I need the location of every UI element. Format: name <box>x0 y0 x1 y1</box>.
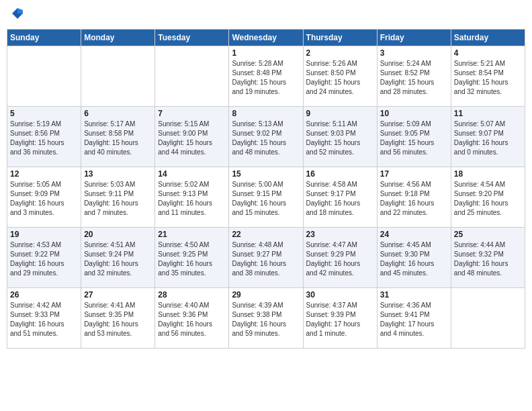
day-info: Sunrise: 4:50 AM Sunset: 9:25 PM Dayligh… <box>158 240 226 278</box>
day-number: 3 <box>380 48 448 58</box>
calendar-cell <box>155 46 229 107</box>
calendar-cell <box>81 46 155 107</box>
day-info: Sunrise: 4:56 AM Sunset: 9:18 PM Dayligh… <box>380 180 448 218</box>
day-info: Sunrise: 5:24 AM Sunset: 8:52 PM Dayligh… <box>380 59 448 97</box>
day-info: Sunrise: 5:28 AM Sunset: 8:48 PM Dayligh… <box>232 59 300 97</box>
calendar-week-1: 1Sunrise: 5:28 AM Sunset: 8:48 PM Daylig… <box>7 46 525 107</box>
day-number: 25 <box>454 230 522 239</box>
calendar-cell: 24Sunrise: 4:45 AM Sunset: 9:30 PM Dayli… <box>377 228 451 288</box>
calendar-cell: 8Sunrise: 5:13 AM Sunset: 9:02 PM Daylig… <box>229 107 303 167</box>
day-number: 10 <box>380 109 448 118</box>
calendar-cell: 10Sunrise: 5:09 AM Sunset: 9:05 PM Dayli… <box>377 107 451 167</box>
calendar-week-5: 26Sunrise: 4:42 AM Sunset: 9:33 PM Dayli… <box>7 288 525 349</box>
day-number: 6 <box>84 109 152 118</box>
day-number: 18 <box>454 169 522 179</box>
day-info: Sunrise: 4:48 AM Sunset: 9:27 PM Dayligh… <box>232 240 300 278</box>
day-info: Sunrise: 5:03 AM Sunset: 9:11 PM Dayligh… <box>84 180 152 218</box>
calendar-cell: 7Sunrise: 5:15 AM Sunset: 9:00 PM Daylig… <box>155 107 229 167</box>
calendar-table: SundayMondayTuesdayWednesdayThursdayFrid… <box>7 29 525 349</box>
calendar-cell: 11Sunrise: 5:07 AM Sunset: 9:07 PM Dayli… <box>451 107 525 167</box>
calendar-cell: 9Sunrise: 5:11 AM Sunset: 9:03 PM Daylig… <box>303 107 377 167</box>
day-number: 9 <box>306 109 374 118</box>
day-number: 15 <box>232 169 300 179</box>
calendar-cell: 12Sunrise: 5:05 AM Sunset: 9:09 PM Dayli… <box>7 167 81 228</box>
day-number: 31 <box>380 290 448 300</box>
day-info: Sunrise: 5:21 AM Sunset: 8:54 PM Dayligh… <box>454 59 522 97</box>
calendar-cell: 2Sunrise: 5:26 AM Sunset: 8:50 PM Daylig… <box>303 46 377 107</box>
calendar-cell: 20Sunrise: 4:51 AM Sunset: 9:24 PM Dayli… <box>81 228 155 288</box>
day-info: Sunrise: 4:54 AM Sunset: 9:20 PM Dayligh… <box>454 180 522 218</box>
day-number: 26 <box>10 290 78 300</box>
day-number: 2 <box>306 48 374 58</box>
header-day-wednesday: Wednesday <box>229 30 303 46</box>
calendar-cell: 3Sunrise: 5:24 AM Sunset: 8:52 PM Daylig… <box>377 46 451 107</box>
calendar-cell: 23Sunrise: 4:47 AM Sunset: 9:29 PM Dayli… <box>303 228 377 288</box>
calendar-cell: 18Sunrise: 4:54 AM Sunset: 9:20 PM Dayli… <box>451 167 525 228</box>
calendar-cell: 17Sunrise: 4:56 AM Sunset: 9:18 PM Dayli… <box>377 167 451 228</box>
day-info: Sunrise: 5:07 AM Sunset: 9:07 PM Dayligh… <box>454 120 522 157</box>
day-number: 22 <box>232 230 300 239</box>
day-info: Sunrise: 4:53 AM Sunset: 9:22 PM Dayligh… <box>10 240 78 278</box>
day-info: Sunrise: 5:17 AM Sunset: 8:58 PM Dayligh… <box>84 120 152 157</box>
calendar-cell: 16Sunrise: 4:58 AM Sunset: 9:17 PM Dayli… <box>303 167 377 228</box>
day-info: Sunrise: 4:51 AM Sunset: 9:24 PM Dayligh… <box>84 240 152 278</box>
day-info: Sunrise: 4:40 AM Sunset: 9:36 PM Dayligh… <box>158 301 226 338</box>
header-day-tuesday: Tuesday <box>155 30 229 46</box>
day-info: Sunrise: 4:41 AM Sunset: 9:35 PM Dayligh… <box>84 301 152 338</box>
header-day-friday: Friday <box>377 30 451 46</box>
day-number: 16 <box>306 169 374 179</box>
calendar-cell: 22Sunrise: 4:48 AM Sunset: 9:27 PM Dayli… <box>229 228 303 288</box>
day-number: 30 <box>306 290 374 300</box>
day-number: 20 <box>84 230 152 239</box>
calendar-cell: 1Sunrise: 5:28 AM Sunset: 8:48 PM Daylig… <box>229 46 303 107</box>
calendar-week-3: 12Sunrise: 5:05 AM Sunset: 9:09 PM Dayli… <box>7 167 525 228</box>
header-day-sunday: Sunday <box>7 30 81 46</box>
calendar-cell: 29Sunrise: 4:39 AM Sunset: 9:38 PM Dayli… <box>229 288 303 349</box>
day-number: 21 <box>158 230 226 239</box>
day-info: Sunrise: 4:42 AM Sunset: 9:33 PM Dayligh… <box>10 301 78 338</box>
day-number: 5 <box>10 109 78 118</box>
calendar-week-4: 19Sunrise: 4:53 AM Sunset: 9:22 PM Dayli… <box>7 228 525 288</box>
calendar-cell: 28Sunrise: 4:40 AM Sunset: 9:36 PM Dayli… <box>155 288 229 349</box>
day-number: 23 <box>306 230 374 239</box>
calendar-cell <box>451 288 525 349</box>
day-info: Sunrise: 5:05 AM Sunset: 9:09 PM Dayligh… <box>10 180 78 218</box>
calendar-cell: 21Sunrise: 4:50 AM Sunset: 9:25 PM Dayli… <box>155 228 229 288</box>
day-number: 7 <box>158 109 226 118</box>
header-day-monday: Monday <box>81 30 155 46</box>
day-info: Sunrise: 5:00 AM Sunset: 9:15 PM Dayligh… <box>232 180 300 218</box>
day-info: Sunrise: 5:09 AM Sunset: 9:05 PM Dayligh… <box>380 120 448 157</box>
day-info: Sunrise: 4:47 AM Sunset: 9:29 PM Dayligh… <box>306 240 374 278</box>
day-number: 1 <box>232 48 300 58</box>
header-row: SundayMondayTuesdayWednesdayThursdayFrid… <box>7 30 525 46</box>
page-header <box>7 7 525 24</box>
calendar-cell: 6Sunrise: 5:17 AM Sunset: 8:58 PM Daylig… <box>81 107 155 167</box>
calendar-cell: 27Sunrise: 4:41 AM Sunset: 9:35 PM Dayli… <box>81 288 155 349</box>
day-number: 4 <box>454 48 522 58</box>
calendar-week-2: 5Sunrise: 5:19 AM Sunset: 8:56 PM Daylig… <box>7 107 525 167</box>
day-number: 24 <box>380 230 448 239</box>
day-info: Sunrise: 4:39 AM Sunset: 9:38 PM Dayligh… <box>232 301 300 338</box>
day-info: Sunrise: 4:45 AM Sunset: 9:30 PM Dayligh… <box>380 240 448 278</box>
day-number: 28 <box>158 290 226 300</box>
day-info: Sunrise: 5:02 AM Sunset: 9:13 PM Dayligh… <box>158 180 226 218</box>
calendar-cell <box>7 46 81 107</box>
day-info: Sunrise: 5:11 AM Sunset: 9:03 PM Dayligh… <box>306 120 374 157</box>
day-info: Sunrise: 4:37 AM Sunset: 9:39 PM Dayligh… <box>306 301 374 338</box>
calendar-cell: 25Sunrise: 4:44 AM Sunset: 9:32 PM Dayli… <box>451 228 525 288</box>
day-number: 8 <box>232 109 300 118</box>
header-day-saturday: Saturday <box>451 30 525 46</box>
day-info: Sunrise: 5:13 AM Sunset: 9:02 PM Dayligh… <box>232 120 300 157</box>
day-info: Sunrise: 4:58 AM Sunset: 9:17 PM Dayligh… <box>306 180 374 218</box>
calendar-cell: 4Sunrise: 5:21 AM Sunset: 8:54 PM Daylig… <box>451 46 525 107</box>
svg-marker-1 <box>17 8 23 13</box>
logo-text <box>9 7 24 24</box>
logo <box>9 7 24 24</box>
day-info: Sunrise: 5:19 AM Sunset: 8:56 PM Dayligh… <box>10 120 78 157</box>
day-number: 27 <box>84 290 152 300</box>
day-number: 12 <box>10 169 78 179</box>
logo-icon <box>11 7 24 20</box>
calendar-cell: 26Sunrise: 4:42 AM Sunset: 9:33 PM Dayli… <box>7 288 81 349</box>
header-day-thursday: Thursday <box>303 30 377 46</box>
day-number: 29 <box>232 290 300 300</box>
